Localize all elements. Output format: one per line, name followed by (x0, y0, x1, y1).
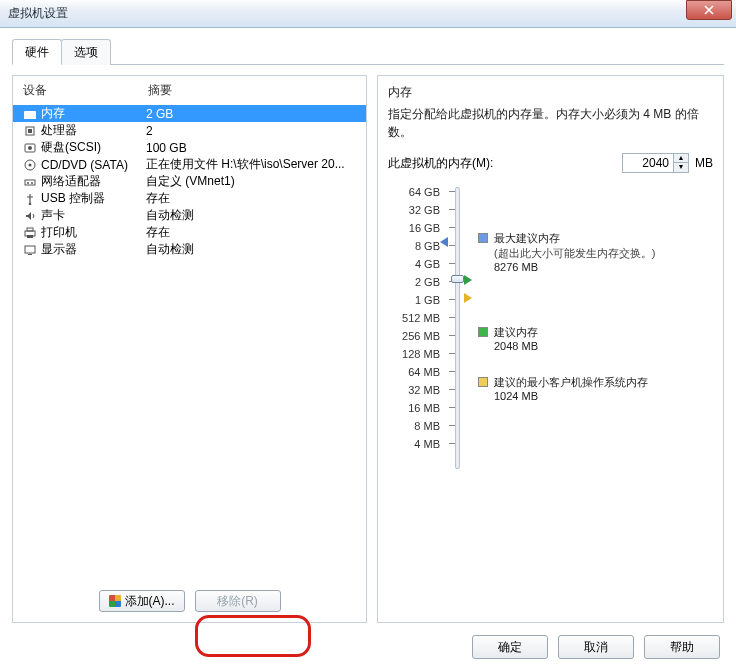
tick-label: 64 GB (388, 183, 444, 201)
cancel-button[interactable]: 取消 (558, 635, 634, 659)
device-buttons: 添加(A)... 移除(R) (13, 582, 366, 622)
close-button[interactable] (686, 0, 732, 20)
memory-icon (21, 107, 39, 121)
legend-rec-title: 建议内存 (494, 325, 538, 340)
memory-slider[interactable] (444, 183, 472, 473)
tick-label: 2 GB (388, 273, 444, 291)
tick-label: 512 MB (388, 309, 444, 327)
spin-up[interactable]: ▲ (674, 154, 688, 163)
spin-down[interactable]: ▼ (674, 163, 688, 172)
column-summary: 摘要 (148, 82, 172, 99)
tick-label: 128 MB (388, 345, 444, 363)
svg-rect-0 (24, 111, 36, 117)
tick-mark (449, 299, 455, 300)
svg-point-10 (31, 182, 33, 184)
device-row-cpu[interactable]: 处理器2 (13, 122, 366, 139)
svg-rect-15 (25, 246, 35, 253)
add-button[interactable]: 添加(A)... (99, 590, 185, 612)
svg-rect-16 (28, 254, 32, 255)
display-icon (21, 243, 39, 257)
slider-track-line (455, 187, 460, 469)
tick-mark (449, 407, 455, 408)
svg-rect-1 (24, 117, 36, 119)
slider-thumb[interactable] (451, 275, 464, 283)
legend-max-value: 8276 MB (494, 261, 655, 273)
tab-hardware[interactable]: 硬件 (12, 39, 62, 65)
tick-mark (449, 425, 455, 426)
device-name: 打印机 (39, 224, 146, 241)
device-row-cd[interactable]: CD/DVD (SATA)正在使用文件 H:\软件\iso\Server 20.… (13, 156, 366, 173)
device-name: USB 控制器 (39, 190, 146, 207)
device-list: 内存2 GB处理器2硬盘(SCSI)100 GBCD/DVD (SATA)正在使… (13, 105, 366, 582)
memory-unit: MB (695, 156, 713, 170)
svg-rect-14 (27, 235, 33, 238)
legend-max-title: 最大建议内存 (494, 231, 655, 246)
device-panel: 设备 摘要 内存2 GB处理器2硬盘(SCSI)100 GBCD/DVD (SA… (12, 75, 367, 623)
device-summary: 自动检测 (146, 241, 358, 258)
device-row-usb[interactable]: USB 控制器存在 (13, 190, 366, 207)
close-icon (704, 5, 714, 15)
device-name: 网络适配器 (39, 173, 146, 190)
memory-spinner[interactable]: ▲ ▼ (622, 153, 689, 173)
help-button[interactable]: 帮助 (644, 635, 720, 659)
tick-label: 8 MB (388, 417, 444, 435)
device-row-net[interactable]: 网络适配器自定义 (VMnet1) (13, 173, 366, 190)
tick-label: 4 MB (388, 435, 444, 453)
device-summary: 正在使用文件 H:\软件\iso\Server 20... (146, 156, 358, 173)
tick-mark (449, 443, 455, 444)
memory-panel: 内存 指定分配给此虚拟机的内存量。内存大小必须为 4 MB 的倍数。 此虚拟机的… (377, 75, 724, 623)
cpu-icon (21, 124, 39, 138)
device-name: 内存 (39, 105, 146, 122)
tick-mark (449, 389, 455, 390)
legend-min-title: 建议的最小客户机操作系统内存 (494, 375, 648, 390)
legend-rec-value: 2048 MB (494, 340, 538, 352)
tick-mark (449, 209, 455, 210)
legend-max-color (478, 233, 488, 243)
device-row-memory[interactable]: 内存2 GB (13, 105, 366, 122)
add-button-label: 添加(A)... (125, 593, 175, 610)
cd-icon (21, 158, 39, 172)
tab-bar: 硬件 选项 (12, 38, 724, 65)
tick-label: 16 MB (388, 399, 444, 417)
tick-label: 16 GB (388, 219, 444, 237)
device-name: CD/DVD (SATA) (39, 158, 146, 172)
device-list-header: 设备 摘要 (13, 76, 366, 105)
svg-rect-13 (27, 228, 33, 231)
tick-mark (449, 263, 455, 264)
memory-desc: 指定分配给此虚拟机的内存量。内存大小必须为 4 MB 的倍数。 (388, 105, 713, 141)
device-row-display[interactable]: 显示器自动检测 (13, 241, 366, 258)
tick-label: 64 MB (388, 363, 444, 381)
column-device: 设备 (23, 82, 148, 99)
legend-rec-color (478, 327, 488, 337)
device-summary: 存在 (146, 190, 358, 207)
remove-button-label: 移除(R) (217, 593, 258, 610)
ok-button[interactable]: 确定 (472, 635, 548, 659)
tab-options[interactable]: 选项 (61, 39, 111, 65)
memory-input[interactable] (622, 153, 674, 173)
tick-mark (449, 227, 455, 228)
rec-marker (464, 275, 472, 285)
remove-button: 移除(R) (195, 590, 281, 612)
tick-label: 8 GB (388, 237, 444, 255)
min-marker (464, 293, 472, 303)
svg-point-5 (28, 146, 32, 150)
device-summary: 自动检测 (146, 207, 358, 224)
device-name: 处理器 (39, 122, 146, 139)
tick-mark (449, 371, 455, 372)
tick-label: 4 GB (388, 255, 444, 273)
device-summary: 100 GB (146, 141, 358, 155)
device-row-printer[interactable]: 打印机存在 (13, 224, 366, 241)
device-name: 显示器 (39, 241, 146, 258)
printer-icon (21, 226, 39, 240)
legend-max-note: (超出此大小可能发生内存交换。) (494, 246, 655, 261)
legend-min-color (478, 377, 488, 387)
legend-min-value: 1024 MB (494, 390, 648, 402)
device-name: 硬盘(SCSI) (39, 139, 146, 156)
device-row-hdd[interactable]: 硬盘(SCSI)100 GB (13, 139, 366, 156)
svg-point-7 (29, 163, 32, 166)
device-row-sound[interactable]: 声卡自动检测 (13, 207, 366, 224)
titlebar: 虚拟机设置 (0, 0, 736, 28)
tick-label: 1 GB (388, 291, 444, 309)
shield-icon (109, 595, 121, 607)
tick-mark (449, 191, 455, 192)
